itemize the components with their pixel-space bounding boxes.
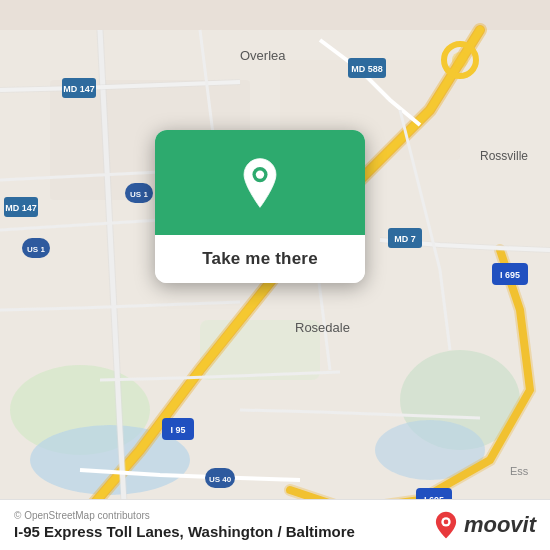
svg-text:US 1: US 1 bbox=[27, 245, 45, 254]
svg-text:US 40: US 40 bbox=[209, 475, 232, 484]
svg-point-35 bbox=[256, 170, 264, 178]
svg-text:Rossville: Rossville bbox=[480, 149, 528, 163]
svg-text:MD 588: MD 588 bbox=[351, 64, 383, 74]
moovit-logo: moovit bbox=[432, 511, 536, 539]
svg-text:Ess: Ess bbox=[510, 465, 529, 477]
bottom-info: © OpenStreetMap contributors I-95 Expres… bbox=[14, 510, 355, 540]
moovit-brand-text: moovit bbox=[464, 512, 536, 538]
popup-green-area bbox=[155, 130, 365, 235]
map-container: MD 147 MD 588 US 1 US 1 I 95 MD 7 I 695 … bbox=[0, 0, 550, 550]
location-pin-icon bbox=[234, 157, 286, 209]
svg-point-37 bbox=[444, 520, 449, 525]
svg-text:I 695: I 695 bbox=[500, 270, 520, 280]
location-title: I-95 Express Toll Lanes, Washington / Ba… bbox=[14, 523, 355, 540]
svg-text:MD 147: MD 147 bbox=[5, 203, 37, 213]
bottom-bar: © OpenStreetMap contributors I-95 Expres… bbox=[0, 499, 550, 550]
svg-text:Rosedale: Rosedale bbox=[295, 320, 350, 335]
svg-text:US 1: US 1 bbox=[130, 190, 148, 199]
svg-text:MD 147: MD 147 bbox=[63, 84, 95, 94]
svg-text:MD 7: MD 7 bbox=[394, 234, 416, 244]
take-me-there-button[interactable]: Take me there bbox=[202, 249, 318, 268]
attribution-text: © OpenStreetMap contributors bbox=[14, 510, 355, 521]
popup-bottom[interactable]: Take me there bbox=[155, 235, 365, 283]
svg-point-9 bbox=[452, 52, 468, 68]
moovit-pin-icon bbox=[432, 511, 460, 539]
svg-text:I 95: I 95 bbox=[170, 425, 185, 435]
svg-text:Overlea: Overlea bbox=[240, 48, 286, 63]
popup-card: Take me there bbox=[155, 130, 365, 283]
